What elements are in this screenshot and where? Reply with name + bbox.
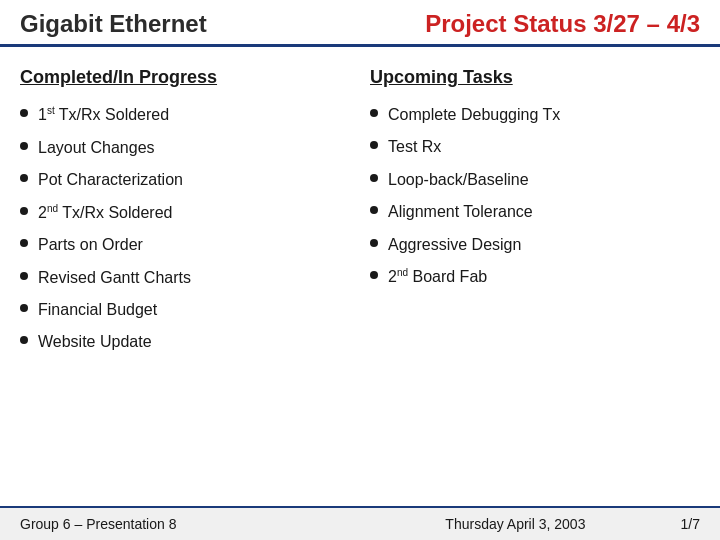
footer-group: Group 6 – Presentation 8 <box>20 516 350 532</box>
list-item: Layout Changes <box>20 137 350 159</box>
list-item: Financial Budget <box>20 299 350 321</box>
item-text: Aggressive Design <box>388 234 521 256</box>
list-item: Test Rx <box>370 136 700 158</box>
item-text: Website Update <box>38 331 152 353</box>
upcoming-list: Complete Debugging Tx Test Rx Loop-back/… <box>370 104 700 299</box>
bullet-icon <box>20 142 28 150</box>
list-item: Website Update <box>20 331 350 353</box>
bullet-icon <box>370 109 378 117</box>
item-text: Financial Budget <box>38 299 157 321</box>
bullet-icon <box>370 141 378 149</box>
bullet-icon <box>20 304 28 312</box>
bullet-icon <box>20 239 28 247</box>
bullet-icon <box>370 271 378 279</box>
slide: Gigabit Ethernet Project Status 3/27 – 4… <box>0 0 720 540</box>
bullet-icon <box>20 109 28 117</box>
item-text: 2nd Board Fab <box>388 266 487 289</box>
list-item: Revised Gantt Charts <box>20 267 350 289</box>
list-item: 2nd Board Fab <box>370 266 700 289</box>
footer: Group 6 – Presentation 8 Thursday April … <box>0 506 720 540</box>
list-item: Loop-back/Baseline <box>370 169 700 191</box>
main-content: Completed/In Progress 1st Tx/Rx Soldered… <box>0 47 720 506</box>
footer-page: 1/7 <box>681 516 700 532</box>
item-text: 1st Tx/Rx Soldered <box>38 104 169 127</box>
list-item: Aggressive Design <box>370 234 700 256</box>
item-text: Loop-back/Baseline <box>388 169 529 191</box>
list-item: Alignment Tolerance <box>370 201 700 223</box>
list-item: Parts on Order <box>20 234 350 256</box>
item-text: Test Rx <box>388 136 441 158</box>
bullet-icon <box>20 174 28 182</box>
bullet-icon <box>370 174 378 182</box>
right-column: Upcoming Tasks Complete Debugging Tx Tes… <box>370 67 700 496</box>
item-text: Pot Characterization <box>38 169 183 191</box>
upcoming-heading: Upcoming Tasks <box>370 67 700 88</box>
bullet-icon <box>20 336 28 344</box>
footer-date: Thursday April 3, 2003 <box>350 516 680 532</box>
item-text: Alignment Tolerance <box>388 201 533 223</box>
left-column: Completed/In Progress 1st Tx/Rx Soldered… <box>20 67 350 496</box>
list-item: 2nd Tx/Rx Soldered <box>20 202 350 225</box>
header-title-left: Gigabit Ethernet <box>20 10 425 38</box>
completed-list: 1st Tx/Rx Soldered Layout Changes Pot Ch… <box>20 104 350 364</box>
bullet-icon <box>20 272 28 280</box>
list-item: Pot Characterization <box>20 169 350 191</box>
bullet-icon <box>370 206 378 214</box>
header-title-right: Project Status 3/27 – 4/3 <box>425 10 700 38</box>
item-text: Revised Gantt Charts <box>38 267 191 289</box>
item-text: Layout Changes <box>38 137 155 159</box>
bullet-icon <box>370 239 378 247</box>
list-item: Complete Debugging Tx <box>370 104 700 126</box>
item-text: 2nd Tx/Rx Soldered <box>38 202 172 225</box>
header: Gigabit Ethernet Project Status 3/27 – 4… <box>0 0 720 47</box>
list-item: 1st Tx/Rx Soldered <box>20 104 350 127</box>
item-text: Parts on Order <box>38 234 143 256</box>
bullet-icon <box>20 207 28 215</box>
item-text: Complete Debugging Tx <box>388 104 560 126</box>
completed-heading: Completed/In Progress <box>20 67 350 88</box>
